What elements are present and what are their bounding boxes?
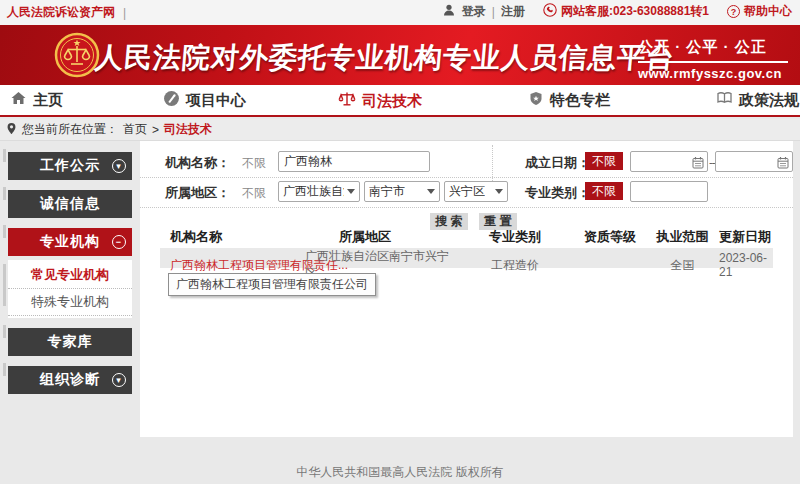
sidebar-item-label: 诚信信息 — [40, 195, 100, 213]
help-center-link[interactable]: 帮助中心 — [744, 3, 792, 20]
column-header: 执业范围 — [650, 228, 715, 246]
column-header: 专业类别 — [460, 228, 570, 246]
topbar-divider: | — [123, 6, 126, 20]
org-name-tooltip: 广西翰林工程项目管理有限责任公司 — [168, 273, 376, 296]
login-link[interactable]: 登录 — [462, 3, 486, 20]
region-unlimited-option[interactable]: 不限 — [242, 185, 266, 202]
expand-icon: ▾ — [112, 159, 126, 173]
chevron-down-icon — [495, 189, 503, 194]
expand-icon: ▾ — [112, 373, 126, 387]
badge-icon — [528, 90, 544, 111]
customer-service-text: 网站客服:023-63088881转1 — [561, 3, 709, 20]
top-utility-bar: 人民法院诉讼资产网 | 登录 | 注册 网站客服:023-63088881转1 … — [0, 0, 800, 25]
org-name-input[interactable] — [278, 151, 430, 172]
founded-date-to-input[interactable] — [715, 151, 793, 172]
row-scope: 全国 — [650, 257, 715, 274]
nav-item-judicial-tech[interactable]: 司法技术 — [338, 90, 422, 112]
calendar-icon — [692, 155, 704, 173]
sidebar-item-label: 工作公示 — [40, 157, 100, 175]
org-name-unlimited-option[interactable]: 不限 — [242, 155, 266, 172]
main-nav: 主页 项目中心 司法技术 特色专栏 — [0, 85, 800, 117]
site-url: www.rmfysszc.gov.cn — [638, 66, 788, 81]
sidebar-submenu: 常见专业机构 特殊专业机构 — [8, 260, 132, 318]
nav-label: 司法技术 — [362, 92, 422, 111]
form-divider — [140, 207, 793, 208]
founded-date-label: 成立日期： — [525, 154, 590, 172]
site-slogan: 公开 · 公平 · 公正 — [638, 38, 788, 63]
question-icon: ? — [727, 5, 740, 18]
footer-copyright: 中华人民共和国最高人民法院 版权所有 — [0, 464, 800, 481]
site-title: 人民法院对外委托专业机构专业人员信息平台 — [93, 39, 676, 77]
breadcrumb-current: 司法技术 — [164, 121, 212, 138]
user-icon — [442, 3, 456, 20]
sidebar-item-common-orgs[interactable]: 常见专业机构 — [8, 262, 132, 289]
location-pin-icon — [6, 122, 17, 138]
sidebar-item-special-orgs[interactable]: 特殊专业机构 — [8, 289, 132, 316]
district-select[interactable]: 兴宁区 — [444, 181, 508, 202]
sidebar-item-professional-orgs[interactable]: 专业机构 − — [8, 228, 132, 256]
phone-icon — [543, 3, 557, 20]
asset-site-link[interactable]: 人民法院诉讼资产网 — [7, 4, 115, 21]
nav-item-policies[interactable]: 政策法规 — [716, 90, 799, 110]
breadcrumb-home-link[interactable]: 首页 — [123, 121, 147, 138]
chevron-down-icon — [427, 189, 435, 194]
chevron-down-icon — [347, 189, 355, 194]
founded-unlimited-button[interactable]: 不限 — [585, 152, 623, 170]
sidebar-item-org-diagnosis[interactable]: 组织诊断 ▾ — [8, 366, 132, 394]
register-link[interactable]: 注册 — [501, 3, 525, 20]
nav-item-featured[interactable]: 特色专栏 — [528, 90, 610, 111]
city-select-value: 南宁市 — [369, 183, 405, 200]
breadcrumb-prefix: 您当前所在位置： — [22, 121, 118, 138]
project-icon — [163, 90, 180, 111]
sidebar-item-work-publicity[interactable]: 工作公示 ▾ — [8, 152, 132, 180]
sidebar-item-integrity-info[interactable]: 诚信信息 — [8, 190, 132, 218]
table-header: 机构名称 所属地区 专业类别 资质等级 执业范围 更新日期 — [160, 227, 773, 247]
row-date: 2023-06-21 — [715, 251, 773, 279]
sidebar: 工作公示 ▾ 诚信信息 专业机构 − 常见专业机构 特殊专业机构 专家库 组织诊… — [8, 152, 132, 404]
region-label: 所属地区： — [165, 184, 230, 202]
sidebar-subitem-label: 常见专业机构 — [31, 266, 109, 284]
home-icon — [10, 90, 27, 110]
scales-icon — [338, 90, 356, 112]
form-divider — [140, 177, 793, 178]
nav-label: 主页 — [33, 91, 63, 110]
nav-label: 项目中心 — [186, 91, 246, 110]
breadcrumb: 您当前所在位置： 首页 > 司法技术 — [0, 119, 800, 141]
nav-item-projects[interactable]: 项目中心 — [163, 90, 246, 111]
sidebar-item-label: 组织诊断 — [40, 371, 100, 389]
column-header: 所属地区 — [305, 228, 460, 246]
nav-label: 政策法规 — [739, 91, 799, 110]
table-row: 广西翰林工程项目管理有限责任... 广西壮族自治区南宁市兴宁区 工程造价 全国 … — [160, 248, 773, 268]
district-select-value: 兴宁区 — [449, 183, 485, 200]
province-select[interactable]: 广西壮族自治 — [278, 181, 360, 202]
site-banner: 人民法院对外委托专业机构专业人员信息平台 公开 · 公平 · 公正 www.rm… — [0, 25, 800, 85]
category-label: 专业类别： — [525, 184, 590, 202]
founded-date-from-input[interactable] — [630, 151, 708, 172]
page: 人民法院诉讼资产网 | 登录 | 注册 网站客服:023-63088881转1 … — [0, 0, 800, 484]
category-input[interactable] — [630, 181, 708, 202]
sidebar-item-label: 专家库 — [48, 333, 93, 351]
sidebar-item-label: 专业机构 — [40, 233, 100, 251]
column-header: 资质等级 — [570, 228, 650, 246]
row-category: 工程造价 — [460, 257, 570, 274]
book-icon — [716, 90, 733, 110]
calendar-icon — [777, 155, 789, 173]
breadcrumb-separator: > — [152, 123, 159, 137]
collapse-icon: − — [112, 235, 126, 249]
category-unlimited-button[interactable]: 不限 — [585, 182, 623, 200]
org-name-label: 机构名称： — [165, 154, 230, 172]
column-header: 更新日期 — [715, 228, 773, 246]
sidebar-item-expert-pool[interactable]: 专家库 — [8, 328, 132, 356]
city-select[interactable]: 南宁市 — [364, 181, 440, 202]
column-header: 机构名称 — [160, 228, 305, 246]
content-panel: 机构名称： 不限 成立日期： 不限 --- 所属地区： 不限 广西壮族自治 南宁… — [140, 141, 793, 437]
login-register-divider: | — [492, 5, 495, 19]
sidebar-subitem-label: 特殊专业机构 — [31, 293, 109, 311]
nav-item-home[interactable]: 主页 — [10, 90, 63, 110]
province-select-value: 广西壮族自治 — [283, 183, 344, 200]
nav-label: 特色专栏 — [550, 91, 610, 110]
